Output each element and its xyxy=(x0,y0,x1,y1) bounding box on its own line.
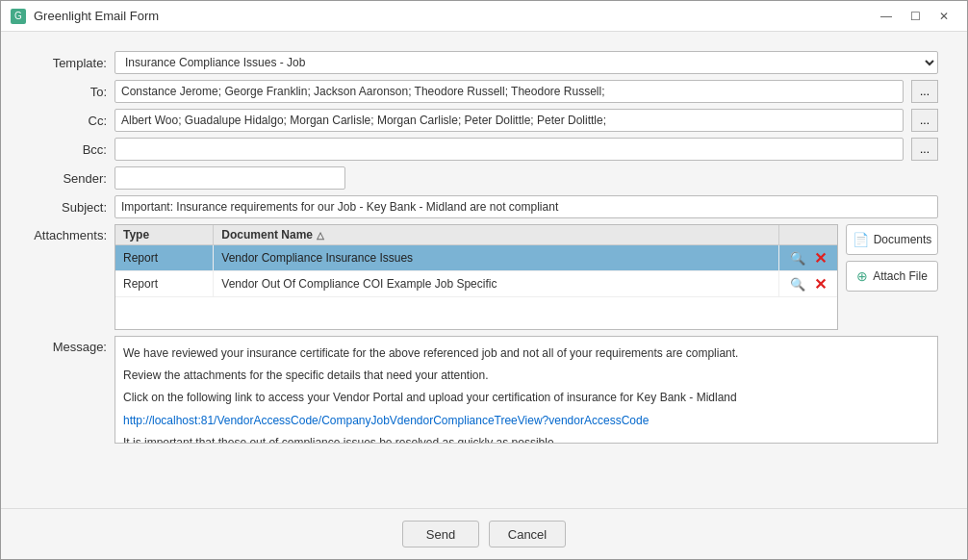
message-paragraph: Click on the following link to access yo… xyxy=(123,389,930,407)
cell-document-name: Vendor Compliance Insurance Issues xyxy=(214,245,779,271)
attach-file-button-label: Attach File xyxy=(873,269,928,283)
row-search-button[interactable]: 🔍 xyxy=(787,248,808,267)
attach-icon: ⊕ xyxy=(856,268,868,284)
subject-label: Subject: xyxy=(30,200,107,215)
cell-type: Report xyxy=(115,245,214,271)
title-bar: G Greenlight Email Form — ☐ ✕ xyxy=(1,1,967,32)
minimize-button[interactable]: — xyxy=(873,6,900,27)
bcc-dots-button[interactable]: ... xyxy=(911,138,938,161)
row-remove-button[interactable]: ✕ xyxy=(810,248,829,267)
col-actions xyxy=(779,225,838,245)
attachments-label: Attachments: xyxy=(30,224,107,242)
sender-label: Sender: xyxy=(30,171,107,186)
table-row[interactable]: Report Vendor Out Of Compliance COI Exam… xyxy=(115,271,837,297)
attach-file-button[interactable]: ⊕ Attach File xyxy=(846,261,938,292)
to-input[interactable] xyxy=(115,80,904,103)
documents-button-label: Documents xyxy=(874,233,932,246)
cc-label: Cc: xyxy=(30,114,107,128)
subject-input[interactable] xyxy=(115,195,938,218)
cancel-button[interactable]: Cancel xyxy=(489,521,566,547)
document-icon: 📄 xyxy=(853,232,869,247)
message-paragraph: It is important that these out of compli… xyxy=(123,434,930,443)
col-document-name: Document Name △ xyxy=(214,225,779,245)
bcc-input[interactable] xyxy=(115,138,904,161)
title-bar-left: G Greenlight Email Form xyxy=(11,9,159,24)
form-content: Template: Insurance Compliance Issues - … xyxy=(1,32,967,508)
template-label: Template: xyxy=(30,56,107,70)
message-paragraph: We have reviewed your insurance certific… xyxy=(123,344,930,363)
sender-row: Sender: xyxy=(30,166,938,190)
cell-actions: 🔍 ✕ xyxy=(779,271,838,297)
window-title: Greenlight Email Form xyxy=(34,9,159,23)
bcc-row: Bcc: ... xyxy=(30,138,938,161)
attachments-side-buttons: 📄 Documents ⊕ Attach File xyxy=(846,224,938,292)
cc-input[interactable] xyxy=(115,109,904,132)
cell-type: Report xyxy=(115,271,214,297)
attachments-table: Type Document Name △ xyxy=(115,225,837,297)
cc-dots-button[interactable]: ... xyxy=(911,109,938,132)
form-footer: Send Cancel xyxy=(1,508,967,559)
app-icon: G xyxy=(11,9,26,24)
message-label: Message: xyxy=(30,336,107,354)
documents-button[interactable]: 📄 Documents xyxy=(846,224,938,255)
row-search-button[interactable]: 🔍 xyxy=(787,274,808,293)
sort-arrow-icon: △ xyxy=(317,230,324,241)
to-row: To: ... xyxy=(30,80,938,103)
message-section: Message: We have reviewed your insurance… xyxy=(30,336,938,489)
bcc-label: Bcc: xyxy=(30,142,107,157)
to-dots-button[interactable]: ... xyxy=(911,80,938,103)
table-row[interactable]: Report Vendor Compliance Insurance Issue… xyxy=(115,245,837,271)
window-controls: — ☐ ✕ xyxy=(873,6,957,27)
template-row: Template: Insurance Compliance Issues - … xyxy=(30,51,938,74)
cell-document-name: Vendor Out Of Compliance COI Example Job… xyxy=(214,271,779,297)
template-select[interactable]: Insurance Compliance Issues - Job xyxy=(115,51,938,74)
close-button[interactable]: ✕ xyxy=(930,6,957,27)
attachments-header-row: Type Document Name △ xyxy=(115,225,837,245)
to-label: To: xyxy=(30,85,107,99)
sender-input[interactable] xyxy=(115,166,345,190)
message-box-wrap: We have reviewed your insurance certific… xyxy=(115,336,938,444)
attachments-section: Attachments: Type Document Name △ xyxy=(30,224,938,330)
col-type: Type xyxy=(115,225,214,245)
cc-row: Cc: ... xyxy=(30,109,938,132)
message-paragraph: Review the attachments for the specific … xyxy=(123,367,930,385)
main-window: G Greenlight Email Form — ☐ ✕ Template: … xyxy=(0,0,968,560)
maximize-button[interactable]: ☐ xyxy=(902,6,929,27)
message-link[interactable]: http://localhost:81/VendorAccessCode/Com… xyxy=(123,414,649,427)
message-textarea[interactable]: We have reviewed your insurance certific… xyxy=(115,337,937,443)
cell-actions: 🔍 ✕ xyxy=(779,245,838,271)
row-remove-button[interactable]: ✕ xyxy=(810,274,829,293)
attachments-table-wrap: Type Document Name △ xyxy=(115,224,838,330)
subject-row: Subject: xyxy=(30,195,938,218)
send-button[interactable]: Send xyxy=(402,521,479,547)
